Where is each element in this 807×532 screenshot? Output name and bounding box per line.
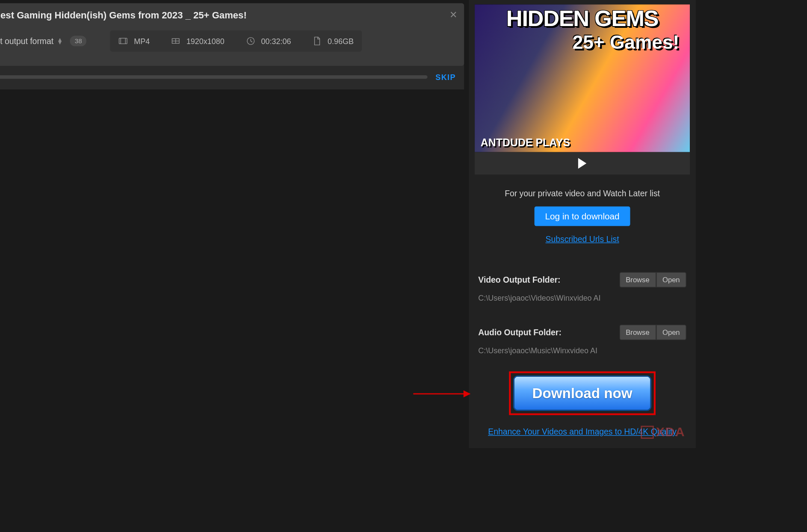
video-card: HIDDEN GEMS25+ Games! Biggest Gaming Hid… [0, 3, 464, 65]
video-output-label: Video Output Folder: [478, 275, 560, 284]
video-list-panel: HIDDEN GEMS25+ Games! Biggest Gaming Hid… [0, 0, 469, 448]
preview-thumbnail[interactable]: HIDDEN GEMS 25+ Games! ANTDUDE PLAYS [475, 4, 690, 152]
progress-bar[interactable] [0, 75, 427, 79]
preview-sub-text: 25+ Games! [573, 32, 680, 53]
xda-watermark: XDA [641, 425, 685, 440]
video-open-button[interactable]: Open [656, 272, 686, 287]
format-codec: MP4 [118, 36, 150, 46]
format-size: 0.96GB [312, 36, 354, 46]
login-button[interactable]: Log in to download [535, 207, 630, 226]
play-button[interactable] [475, 152, 690, 175]
format-info-box[interactable]: MP4 1920x1080 00:32:06 [110, 30, 362, 52]
audio-browse-button[interactable]: Browse [619, 325, 656, 340]
preview-title-text: HIDDEN GEMS [475, 8, 690, 29]
card-close-icon[interactable]: ✕ [449, 9, 457, 20]
format-count-badge: 38 [70, 35, 87, 46]
annotation-highlight-box: Download now [509, 371, 656, 415]
svg-rect-14 [119, 38, 127, 44]
annotation-arrow [413, 393, 469, 395]
sort-icon: ▲▼ [57, 38, 63, 44]
audio-output-label: Audio Output Folder: [478, 328, 562, 337]
video-browse-button[interactable]: Browse [619, 272, 656, 287]
format-duration: 00:32:06 [246, 36, 291, 46]
skip-link[interactable]: SKIP [435, 73, 455, 82]
play-icon [578, 158, 586, 169]
right-panel: HIDDEN GEMS 25+ Games! ANTDUDE PLAYS For… [469, 0, 696, 448]
preview-channel-text: ANTDUDE PLAYS [481, 138, 570, 147]
video-output-path: C:\Users\joaoc\Videos\Winxvideo AI [478, 293, 686, 302]
video-title: Biggest Gaming Hidden(ish) Gems from 202… [0, 10, 456, 21]
format-resolution: 1920x1080 [171, 36, 225, 46]
subscribed-urls-link[interactable]: Subscribed Urls List [546, 234, 619, 244]
progress-row: ⬇ SKIP [0, 65, 464, 89]
login-info-text: For your private video and Watch Later l… [505, 189, 660, 198]
audio-output-path: C:\Users\joaoc\Music\Winxvideo AI [478, 346, 686, 355]
audio-open-button[interactable]: Open [656, 325, 686, 340]
download-now-button[interactable]: Download now [513, 375, 651, 411]
select-format-label[interactable]: Select output format ▲▼ [0, 36, 63, 46]
